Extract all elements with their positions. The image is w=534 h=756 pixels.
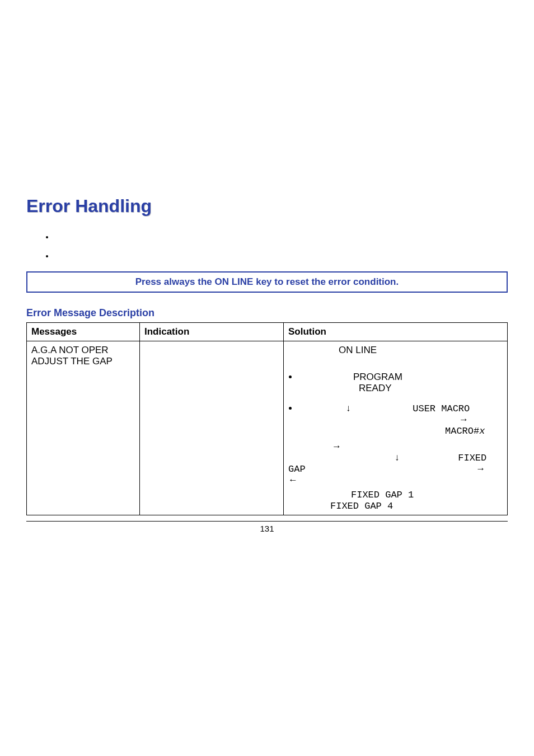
arrow-left-icon: ← bbox=[288, 475, 298, 485]
indication-cell bbox=[140, 341, 284, 515]
solution-code: USER MACRO bbox=[413, 403, 470, 414]
error-table: Messages Indication Solution A.G.A NOT O… bbox=[26, 322, 508, 515]
table-header-solution: Solution bbox=[284, 323, 508, 341]
msg-line-2: ADJUST THE GAP bbox=[31, 356, 135, 367]
callout-box: Press always the ON LINE key to reset th… bbox=[26, 271, 508, 293]
page-title: Error Handling bbox=[26, 196, 508, 217]
intro-list bbox=[26, 232, 508, 260]
solution-cell: ON LINE PROGRAM READY ↓ USER MACRO → MAC… bbox=[284, 341, 508, 515]
footer-rule bbox=[26, 521, 508, 522]
list-item bbox=[54, 232, 508, 241]
table-header-messages: Messages bbox=[27, 323, 140, 341]
solution-code: GAP bbox=[288, 464, 306, 475]
solution-code: MACRO# bbox=[445, 426, 479, 436]
table-row: A.G.A NOT OPER ADJUST THE GAP ON LINE PR… bbox=[27, 341, 508, 515]
arrow-right-icon: → bbox=[332, 441, 341, 452]
solution-text: READY bbox=[359, 383, 392, 393]
msg-line-1: A.G.A NOT OPER bbox=[31, 345, 135, 356]
solution-code-var: x bbox=[479, 426, 485, 436]
list-item: PROGRAM READY bbox=[298, 372, 503, 394]
solution-code: FIXED GAP 4 bbox=[330, 501, 393, 511]
page-number: 131 bbox=[26, 524, 508, 533]
solution-online-label: ON LINE bbox=[339, 345, 377, 355]
solution-text: PROGRAM bbox=[353, 372, 402, 382]
arrow-down-icon: ↓ bbox=[346, 403, 351, 414]
list-item: ↓ USER MACRO → MACRO#x bbox=[298, 403, 503, 436]
arrow-right-icon: → bbox=[459, 414, 469, 425]
section-subheading: Error Message Description bbox=[26, 307, 508, 319]
table-header-indication: Indication bbox=[140, 323, 284, 341]
solution-code: FIXED GAP 1 bbox=[351, 490, 414, 500]
arrow-down-icon: ↓ bbox=[395, 452, 400, 463]
solution-code: FIXED bbox=[458, 453, 486, 463]
arrow-right-icon: → bbox=[476, 463, 485, 474]
list-item bbox=[54, 251, 508, 260]
